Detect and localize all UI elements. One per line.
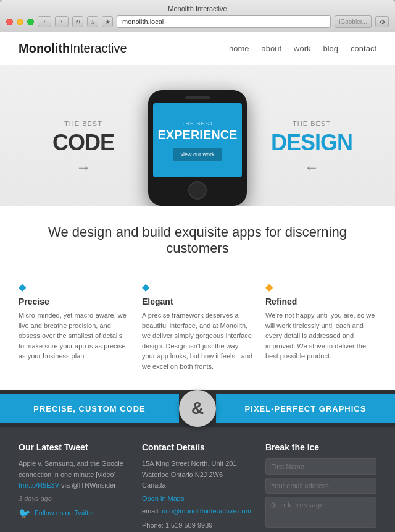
browser-title: Monolith Interactive: [168, 5, 227, 12]
features-section: ◆ Precise Micro-minded, yet macro-aware,…: [0, 275, 395, 390]
open-maps-link[interactable]: Open in Maps: [142, 495, 253, 502]
logo-bold: Monolith: [19, 41, 70, 55]
contact-address: 15A King Street North, Unit 201 Waterloo…: [142, 458, 253, 491]
nav-contact[interactable]: contact: [351, 44, 376, 53]
logo[interactable]: MonolithInteractive: [19, 41, 127, 56]
hero-right-arrow: ←: [247, 159, 376, 176]
form-column: Break the Ice Send: [265, 442, 376, 532]
bookmark-button[interactable]: ★: [102, 16, 113, 27]
hero-left-label: THE BEST: [19, 120, 148, 127]
nav-blog[interactable]: blog: [323, 44, 339, 53]
ampersand-symbol: &: [191, 399, 204, 418]
hero-code-word: CODE: [19, 130, 148, 156]
precise-icon: ◆: [19, 281, 130, 293]
refined-text: We're not happy until you are, so we wil…: [265, 310, 376, 361]
tweet-column: Our Latest Tweet Apple v. Samsung, and t…: [19, 442, 130, 532]
hero-right-label: THE BEST: [247, 120, 376, 127]
ampersand-circle: &: [179, 390, 216, 427]
tweet-text: Apple v. Samsung, and the Google connect…: [19, 458, 130, 491]
refined-icon: ◆: [265, 281, 376, 293]
feature-elegant: ◆ Elegant A precise framework deserves a…: [142, 281, 253, 371]
tweet-timestamp: 3 days ago: [19, 495, 130, 502]
banner-right-text: PIXEL-PERFECT GRAPHICS: [245, 404, 367, 413]
feature-refined: ◆ Refined We're not happy until you are,…: [265, 281, 376, 371]
hero-left: THE BEST CODE →: [19, 120, 148, 176]
phone-mockup: THE BEST EXPERIENCE view our work: [148, 90, 247, 206]
maximize-dot[interactable]: [27, 19, 34, 25]
feature-precise: ◆ Precise Micro-minded, yet macro-aware,…: [19, 281, 130, 371]
contact-column: Contact Details 15A King Street North, U…: [142, 442, 253, 532]
elegant-icon: ◆: [142, 281, 253, 293]
form-title: Break the Ice: [265, 442, 376, 452]
precise-title: Precise: [19, 297, 130, 306]
view-our-work-button[interactable]: view our work: [173, 148, 222, 161]
phone-screen-title: EXPERIENCE: [158, 128, 238, 142]
tagline-text: We design and build exquisite apps for d…: [19, 224, 376, 256]
nav-home[interactable]: home: [229, 44, 249, 53]
tagline-section: We design and build exquisite apps for d…: [0, 206, 395, 275]
email-label: email:: [142, 507, 162, 515]
email-input[interactable]: [265, 478, 376, 494]
contact-phone: Phone: 1 519 589 9939: [142, 520, 253, 531]
minimize-dot[interactable]: [17, 19, 23, 25]
tweet-via: via @ITNWinsider: [59, 481, 116, 489]
twitter-icon: 🐦: [19, 507, 31, 519]
refined-title: Refined: [265, 297, 376, 306]
tweet-body: Apple v. Samsung, and the Google connect…: [19, 460, 123, 478]
logo-regular: Interactive: [70, 41, 127, 55]
main-nav: home about work blog contact: [229, 44, 376, 53]
first-name-input[interactable]: [265, 458, 376, 475]
forward-button[interactable]: ›: [55, 16, 69, 27]
nav-about[interactable]: about: [262, 44, 282, 53]
contact-email-row: email: info@monolithinteractive.com: [142, 506, 253, 517]
address-text: monolith.local: [122, 18, 164, 25]
elegant-text: A precise framework deserves a beautiful…: [142, 310, 253, 371]
phone-speaker: [185, 96, 210, 99]
hero-right: THE BEST DESIGN ←: [247, 120, 376, 176]
close-dot[interactable]: [6, 19, 13, 25]
banner-section: PRECISE, CUSTOM CODE & PIXEL-PERFECT GRA…: [0, 390, 395, 427]
browser-titlebar: Monolith Interactive ‹ › ↻ ⌂ ★ monolith.…: [0, 0, 395, 32]
phone-screen-label: THE BEST: [181, 120, 214, 127]
banner-left-text: PRECISE, CUSTOM CODE: [33, 404, 146, 413]
nav-work[interactable]: work: [294, 44, 310, 53]
hero-section: THE BEST CODE → THE BEST EXPERIENCE view…: [0, 65, 395, 206]
search-placeholder: iGoobler...: [339, 19, 367, 25]
refresh-button[interactable]: ↻: [72, 16, 83, 27]
hero-left-arrow: →: [19, 159, 148, 176]
search-bar[interactable]: iGoobler...: [335, 15, 372, 28]
email-link[interactable]: info@monolithinteractive.com: [162, 507, 251, 515]
contact-title: Contact Details: [142, 442, 253, 452]
site-content: MonolithInteractive home about work blog…: [0, 32, 395, 532]
banner-left: PRECISE, CUSTOM CODE: [0, 394, 179, 423]
tweet-link[interactable]: trnr.to/R5E3V: [19, 481, 59, 489]
twitter-follow[interactable]: 🐦 Follow us on Twitter: [19, 507, 130, 519]
home-button[interactable]: ⌂: [87, 16, 98, 27]
tweet-title: Our Latest Tweet: [19, 442, 130, 452]
footer-top: Our Latest Tweet Apple v. Samsung, and t…: [0, 427, 395, 532]
phone-home-button: [188, 181, 207, 200]
hero-design-word: DESIGN: [247, 130, 376, 156]
message-input[interactable]: [265, 497, 376, 528]
phone-screen: THE BEST EXPERIENCE view our work: [153, 103, 242, 177]
options-button[interactable]: ⚙: [375, 16, 389, 27]
back-button[interactable]: ‹: [38, 16, 51, 27]
banner-right: PIXEL-PERFECT GRAPHICS: [216, 394, 395, 423]
elegant-title: Elegant: [142, 297, 253, 306]
precise-text: Micro-minded, yet macro-aware, we live a…: [19, 310, 130, 361]
follow-twitter-link[interactable]: Follow us on Twitter: [35, 509, 94, 517]
address-bar[interactable]: monolith.local: [117, 15, 331, 28]
site-header: MonolithInteractive home about work blog…: [0, 32, 395, 65]
browser-window: Monolith Interactive ‹ › ↻ ⌂ ★ monolith.…: [0, 0, 395, 532]
